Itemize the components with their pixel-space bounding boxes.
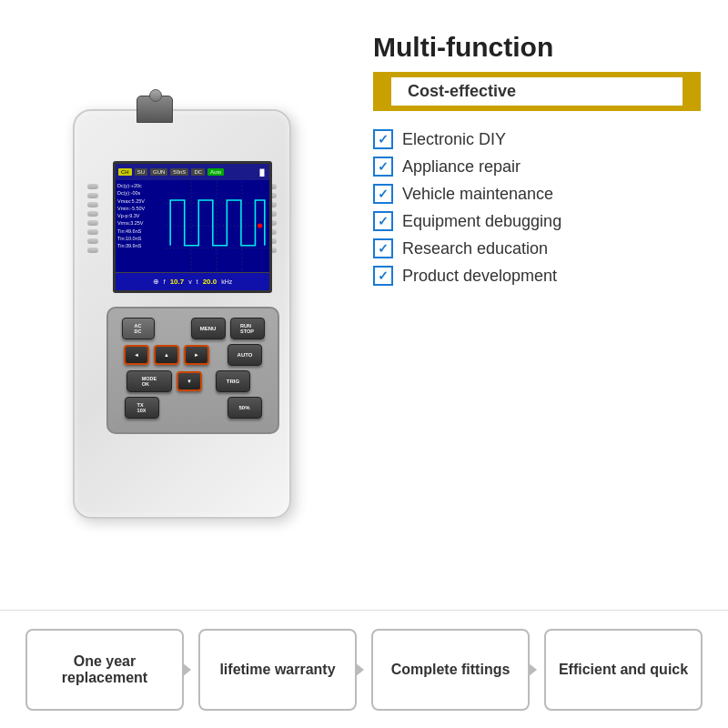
key-left[interactable]: ◄ (124, 345, 149, 365)
device-screen: CH SU GUN 50nS DC Auto ▐▌ (113, 161, 272, 293)
key-acdc[interactable]: ACDC (122, 318, 155, 339)
key-row-4: TX10X 50% (116, 397, 270, 419)
device-area: CH SU GUN 50nS DC Auto ▐▌ (9, 18, 355, 601)
key-50pct[interactable]: 50% (228, 397, 262, 419)
main-container: CH SU GUN 50nS DC Auto ▐▌ (0, 0, 728, 728)
feature-label-1: Electronic DIY (402, 130, 506, 149)
feature-item-5: Research education (373, 238, 701, 258)
key-run-stop[interactable]: RUNSTOP (230, 318, 265, 339)
check-icon-4 (373, 211, 393, 231)
ridge (87, 211, 98, 217)
device-body: CH SU GUN 50nS DC Auto ▐▌ (73, 109, 291, 519)
check-icon-5 (373, 238, 393, 258)
screen-info-line: Tin:10.0nS (117, 235, 164, 242)
key-row-2: ◄ ▲ ► AUTO (116, 344, 270, 366)
check-icon-1 (373, 129, 393, 149)
ridge (87, 202, 98, 207)
check-icon-3 (373, 184, 393, 204)
footer-time-unit: kHz (221, 278, 232, 285)
key-mode-ok[interactable]: MODEOK (126, 370, 172, 392)
ridge (87, 238, 98, 244)
feature-label-5: Research education (402, 239, 548, 258)
device-wrapper: CH SU GUN 50nS DC Auto ▐▌ (55, 91, 309, 528)
feature-item-1: Electronic DIY (373, 129, 701, 149)
cost-badge-inner: Cost-effective (391, 77, 682, 106)
check-icon-6 (373, 266, 393, 286)
bottom-card-label-3: Complete fittings (391, 662, 511, 678)
screen-tag-dc: DC (191, 168, 205, 176)
screen-info-line: Vrms:3.25V (117, 219, 164, 227)
top-section: CH SU GUN 50nS DC Auto ▐▌ (0, 0, 728, 610)
screen-info-line: Tin:39.9nS (117, 242, 164, 249)
screen-tag-su: SU (135, 168, 147, 176)
footer-freq-unit: v (188, 278, 192, 285)
footer-label-t: t (197, 278, 198, 285)
screen-info-line: Vmax:5.25V (117, 197, 164, 205)
screen-tag-ch: CH (118, 168, 132, 176)
bottom-card-4: Efficient and quick (544, 629, 703, 711)
ridge (87, 248, 98, 253)
product-title: Multi-function (373, 32, 701, 63)
bnc-connector (136, 96, 173, 123)
cost-badge: Cost-effective (373, 72, 701, 111)
feature-label-3: Vehicle maintenance (402, 185, 553, 204)
bottom-card-1: One year replacement (25, 629, 184, 711)
feature-item-2: Appliance repair (373, 157, 701, 177)
features-area: Multi-function Cost-effective Electronic… (355, 18, 719, 601)
screen-tag-gun: GUN (150, 168, 167, 176)
feature-label-6: Product development (402, 267, 557, 286)
footer-time-value: 20.0 (203, 278, 217, 286)
screen-body: Dc(y):+20c Dc(y):-00s Vmax:5.25V Vmin:-5… (116, 180, 269, 272)
bottom-card-2: lifetime warranty (198, 629, 357, 711)
feature-label-2: Appliance repair (402, 157, 521, 177)
screen-tag-auto: Auto (207, 168, 224, 176)
screen-header-left: CH SU GUN 50nS DC Auto (118, 168, 224, 176)
key-auto[interactable]: AUTO (228, 344, 262, 366)
footer-icon: ⊕ (153, 278, 159, 286)
screen-info-line: Tin:49.6nS (117, 228, 164, 235)
key-trig[interactable]: TRIG (216, 370, 250, 392)
key-down[interactable]: ▼ (177, 371, 202, 391)
key-tx[interactable]: TX10X (125, 397, 159, 419)
screen-tag-time: 50nS (170, 168, 188, 176)
ridge (87, 193, 98, 198)
footer-label-f: f (164, 278, 166, 285)
keypad: ACDC MENU RUNSTOP ◄ ▲ ► AUTO (106, 307, 279, 434)
screen-left-info: Dc(y):+20c Dc(y):-00s Vmax:5.25V Vmin:-5… (116, 180, 166, 272)
feature-item-4: Equipment debugging (373, 211, 701, 231)
screen-battery: ▐▌ (258, 169, 267, 176)
ridge (87, 184, 98, 189)
bottom-card-label-1: One year replacement (35, 653, 175, 686)
bottom-card-label-2: lifetime warranty (219, 662, 335, 678)
key-row-3: MODEOK ▼ TRIG (116, 370, 270, 392)
key-row-1: ACDC MENU RUNSTOP (116, 318, 270, 339)
features-list: Electronic DIY Appliance repair Vehicle … (373, 129, 701, 286)
bottom-card-3: Complete fittings (371, 629, 530, 711)
screen-header: CH SU GUN 50nS DC Auto ▐▌ (116, 164, 269, 180)
ridge (87, 229, 98, 235)
side-ridges-left (87, 184, 98, 366)
screen-info-line: Dc(y):-00s (117, 189, 164, 197)
key-up[interactable]: ▲ (154, 345, 179, 365)
bnc-tip (149, 89, 162, 102)
feature-item-6: Product development (373, 266, 701, 286)
screen-waveform (166, 180, 269, 272)
footer-freq-value: 10.7 (170, 278, 185, 286)
screen-footer: ⊕ f 10.7 v t 20.0 kHz (116, 272, 269, 290)
screen-info-line: Vmin:-5.50V (117, 205, 164, 212)
key-right[interactable]: ► (184, 345, 209, 365)
key-menu[interactable]: MENU (191, 318, 226, 339)
feature-item-3: Vehicle maintenance (373, 184, 701, 204)
bottom-section: One year replacement lifetime warranty C… (0, 610, 728, 728)
waveform-svg (166, 180, 269, 272)
ridge (87, 220, 98, 226)
screen-info-line: Vp-p:9.3V (117, 212, 164, 219)
svg-point-6 (258, 223, 262, 228)
screen-info-line: Dc(y):+20c (117, 182, 164, 189)
feature-label-4: Equipment debugging (402, 212, 561, 231)
bottom-card-label-4: Efficient and quick (559, 662, 688, 678)
check-icon-2 (373, 157, 393, 177)
